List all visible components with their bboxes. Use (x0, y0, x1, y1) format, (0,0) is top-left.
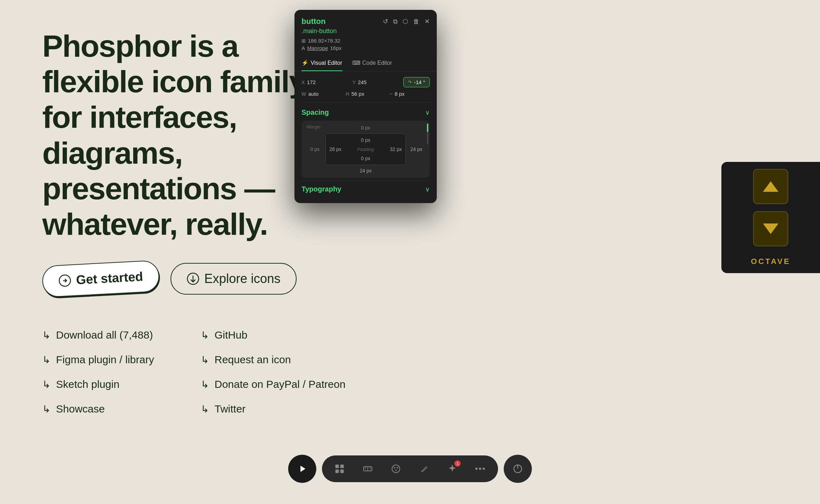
link-sketch[interactable]: ↳ Sketch plugin (42, 372, 201, 397)
svg-rect-5 (335, 470, 339, 473)
ruler-icon (363, 464, 373, 474)
coords-row: X 172 Y 245 ↷ -14 ° (302, 77, 430, 87)
corner-icon: ⌐ (390, 91, 393, 96)
link-arrow-icon: ↳ (201, 354, 209, 366)
h-group: H 56 px (346, 91, 385, 97)
toolbar-palette-icon[interactable] (387, 460, 405, 478)
link-request-label: Request an icon (215, 354, 291, 366)
tab-code-label: Code Editor (362, 60, 392, 66)
copy-icon[interactable]: ⧉ (393, 18, 398, 25)
toolbar-main: 1 ••• (322, 455, 498, 482)
y-coord: Y 245 (353, 79, 399, 85)
toolbar-more-icon[interactable]: ••• (471, 460, 490, 478)
panel-font-row: A Manrope 16px (302, 45, 430, 51)
padding-top-value[interactable]: 0 px (361, 137, 370, 143)
margin-top-value[interactable]: 0 px (304, 124, 427, 132)
octave-up-button[interactable] (753, 169, 788, 204)
rotation-icon: ↷ (408, 80, 412, 85)
scroll-thumb (427, 124, 428, 132)
panel-actions: ↺ ⧉ ⬡ 🗑 ✕ (383, 18, 430, 25)
padding-bottom-value[interactable]: 0 px (361, 156, 370, 161)
tab-code-editor[interactable]: ⌨ Code Editor (352, 55, 392, 71)
padding-left-value[interactable]: 28 px (329, 146, 341, 152)
toolbar-gallery-icon[interactable] (330, 460, 349, 478)
x-value: 172 (307, 79, 316, 85)
padding-box: 0 px 28 px Padding 32 px 0 px (325, 133, 406, 165)
link-download[interactable]: ↳ Download all (7,488) (42, 323, 201, 347)
svg-marker-2 (300, 466, 305, 472)
delete-icon[interactable]: 🗑 (413, 18, 420, 25)
explore-icon (187, 272, 199, 285)
link-arrow-icon: ↳ (201, 403, 209, 415)
bottom-toolbar: 1 ••• (288, 455, 532, 483)
link-github[interactable]: ↳ GitHub (201, 323, 359, 347)
scroll-track[interactable] (427, 124, 428, 145)
panel-title-row: button ↺ ⧉ ⬡ 🗑 ✕ (302, 17, 430, 26)
undo-icon[interactable]: ↺ (383, 18, 388, 25)
h-value: 56 px (351, 91, 364, 97)
explore-icons-button[interactable]: Explore icons (170, 263, 297, 295)
typography-chevron[interactable]: ∨ (425, 185, 430, 193)
toolbar-pen-icon[interactable] (415, 460, 433, 478)
explore-icons-label: Explore icons (204, 271, 280, 286)
spacing-title: Spacing (302, 108, 329, 116)
palette-icon (391, 464, 401, 474)
link-twitter[interactable]: ↳ Twitter (201, 397, 359, 421)
hero-text: Phosphor is a flexible icon family for i… (42, 28, 331, 242)
spacing-middle: 0 px 0 px 28 px Padding 32 px 0 px 24 px (304, 133, 427, 165)
spacing-diagram: Margin 0 px 0 px 0 px 28 px Padding 32 p… (302, 121, 430, 178)
link-showcase[interactable]: ↳ Showcase (42, 397, 201, 421)
margin-bottom-value[interactable]: 24 px (304, 166, 427, 175)
play-button[interactable] (288, 455, 316, 483)
margin-right-value[interactable]: 24 px (406, 133, 427, 165)
external-icon[interactable]: ⬡ (403, 18, 408, 25)
x-coord: X 172 (302, 79, 348, 85)
octave-panel: OCTAVE (721, 162, 820, 273)
link-figma[interactable]: ↳ Figma plugin / library (42, 347, 201, 372)
toolbar-ruler-icon[interactable] (359, 460, 377, 478)
panel-meta: ⊞ 186.92×78.32 (302, 38, 430, 44)
svg-rect-3 (335, 465, 339, 468)
link-donate[interactable]: ↳ Donate on PayPal / Patreon (201, 372, 359, 397)
rotation-badge[interactable]: ↷ -14 ° (403, 77, 430, 87)
toolbar-magic-icon[interactable]: 1 (443, 460, 461, 478)
power-button[interactable] (504, 455, 532, 483)
link-request[interactable]: ↳ Request an icon (201, 347, 359, 372)
panel-tabs: ⚡ Visual Editor ⌨ Code Editor (294, 55, 437, 71)
panel-class-name: .main-button (302, 27, 430, 35)
svg-point-11 (392, 465, 400, 473)
cta-buttons: Get started Explore icons (42, 263, 778, 295)
typography-section: Typography ∨ (302, 181, 430, 193)
padding-right-value[interactable]: 32 px (390, 146, 402, 152)
close-icon[interactable]: ✕ (424, 18, 430, 25)
margin-left-value[interactable]: 0 px (304, 133, 325, 165)
padding-middle: 28 px Padding 32 px (329, 144, 402, 154)
link-arrow-icon: ↳ (42, 354, 50, 366)
link-arrow-icon: ↳ (201, 379, 209, 390)
toolbar-badge: 1 (454, 460, 461, 467)
get-started-button[interactable]: Get started (42, 260, 160, 297)
svg-point-13 (397, 467, 398, 468)
font-name[interactable]: Manrope (307, 45, 328, 51)
dimensions-icon: ⊞ (302, 38, 306, 44)
panel-body: X 172 Y 245 ↷ -14 ° W auto H 56 px (294, 71, 437, 203)
link-sketch-label: Sketch plugin (56, 378, 119, 390)
padding-label: Padding (357, 147, 374, 152)
get-started-icon (58, 274, 72, 288)
link-donate-label: Donate on PayPal / Patreon (215, 378, 346, 390)
lightning-icon: ⚡ (302, 59, 309, 66)
size-row: W auto H 56 px ⌐ 8 px (302, 91, 430, 103)
link-github-label: GitHub (215, 329, 247, 341)
link-arrow-icon: ↳ (42, 329, 50, 341)
link-arrow-icon: ↳ (42, 403, 50, 415)
tab-visual-editor[interactable]: ⚡ Visual Editor (302, 55, 342, 71)
spacing-chevron[interactable]: ∨ (425, 109, 430, 116)
octave-down-arrow (763, 223, 778, 234)
hero-text-content: Phosphor is a flexible icon family for i… (42, 29, 305, 241)
rotation-value: -14 ° (414, 79, 425, 85)
octave-down-button[interactable] (753, 211, 788, 246)
octave-label: OCTAVE (751, 257, 790, 266)
link-twitter-label: Twitter (215, 403, 246, 415)
w-group: W auto (302, 91, 341, 97)
code-icon: ⌨ (352, 59, 360, 66)
